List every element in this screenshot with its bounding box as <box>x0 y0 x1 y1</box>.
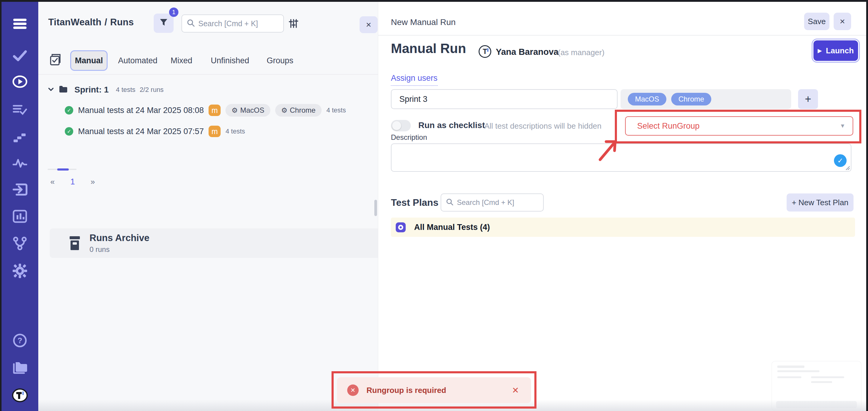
runs-search <box>181 14 284 33</box>
launch-label: Launch <box>826 46 854 56</box>
run-row[interactable]: ✓ Manual tests at 24 Mar 2025 07:57 m 4 … <box>65 125 245 138</box>
runs-tabs: Manual Automated Mixed Unfinished Groups <box>38 49 378 74</box>
test-plan-label: All Manual Tests (4) <box>414 223 490 232</box>
panel-title: New Manual Run <box>391 18 456 27</box>
manual-run-badge: m <box>209 104 221 116</box>
panel-scrollbar-thumb[interactable] <box>374 200 377 216</box>
run-tests-count: 4 tests <box>225 127 245 135</box>
run-as-checklist-toggle[interactable] <box>391 120 411 131</box>
tabs-divider <box>38 74 378 75</box>
avatar-letter: T <box>483 47 487 56</box>
window-edge-top <box>0 0 868 2</box>
filter-button[interactable] <box>154 13 174 33</box>
pagination-prev[interactable]: « <box>50 177 55 187</box>
plan-selected-icon[interactable] <box>396 222 406 232</box>
play-icon: ▶ <box>818 48 822 54</box>
docs-folder-icon[interactable] <box>12 361 28 374</box>
screen-preview-thumbnail <box>772 361 861 411</box>
view-settings-icon[interactable] <box>288 19 299 30</box>
run-as-checklist-label: Run as checklist <box>418 121 485 130</box>
save-button[interactable]: Save <box>804 13 830 30</box>
run-passed-icon: ✓ <box>65 127 73 135</box>
run-row[interactable]: ✓ Manual tests at 24 Mar 2025 08:08 m ⚙M… <box>65 104 346 117</box>
window-edge-right <box>866 0 868 411</box>
pagination-page-1[interactable]: 1 <box>70 177 75 187</box>
archive-count: 0 runs <box>90 245 110 254</box>
window-edge-left <box>0 0 1 411</box>
env-pill-chrome[interactable]: Chrome <box>671 93 711 105</box>
archive-icon <box>68 235 81 252</box>
run-heading: Manual Run <box>391 41 466 56</box>
run-tests-count: 4 tests <box>327 106 346 114</box>
select-runs-icon[interactable] <box>50 54 61 67</box>
env-pill-macos[interactable]: MacOS <box>628 93 666 105</box>
menu-icon[interactable] <box>13 16 27 31</box>
description-label: Description <box>391 133 427 141</box>
help-icon[interactable]: ? <box>13 333 27 348</box>
run-group-label[interactable]: Sprint: 1 <box>74 85 109 95</box>
toast-message: Rungroup is required <box>367 386 446 395</box>
owner-avatar[interactable]: T <box>478 45 491 58</box>
breadcrumb-page: Runs <box>110 17 134 27</box>
test-plans-search-input[interactable] <box>457 198 538 207</box>
env-tag-chrome: ⚙Chrome <box>275 104 321 117</box>
close-panel-button[interactable]: × <box>834 13 851 30</box>
chevron-down-icon[interactable] <box>47 86 55 94</box>
owner-role: (as manager) <box>558 48 604 57</box>
runs-play-icon[interactable] <box>12 74 27 89</box>
rungroup-select[interactable]: Select RunGroup ▼ <box>625 116 853 135</box>
tree-scrollbar-thumb[interactable] <box>57 168 69 170</box>
run-title[interactable]: Manual tests at 24 Mar 2025 08:08 <box>78 106 204 115</box>
brand-logo[interactable] <box>12 387 28 403</box>
resize-handle-icon[interactable] <box>845 165 850 172</box>
caret-down-icon: ▼ <box>840 123 845 129</box>
launch-button[interactable]: ▶ Launch <box>813 40 858 61</box>
filter-count-badge: 1 <box>169 7 179 17</box>
gear-icon: ⚙ <box>231 106 238 114</box>
env-tag-label: Chrome <box>290 106 315 115</box>
run-passed-icon: ✓ <box>65 106 73 115</box>
add-environment-button[interactable]: + <box>798 89 818 109</box>
header-divider <box>378 35 866 36</box>
pagination-next[interactable]: » <box>91 177 95 187</box>
tab-automated[interactable]: Automated <box>117 50 158 71</box>
app-window: ? TitanWealth/Runs 1 × Manual Automated <box>0 0 868 411</box>
plans-list-check-icon[interactable] <box>13 103 27 117</box>
test-plans-title: Test Plans <box>391 197 438 208</box>
archive-title: Runs Archive <box>90 232 150 244</box>
new-test-plan-button[interactable]: + New Test Plan <box>786 193 854 212</box>
assign-users-link[interactable]: Assign users <box>391 73 438 86</box>
tab-mixed[interactable]: Mixed <box>168 50 195 71</box>
settings-gear-icon[interactable] <box>12 263 27 278</box>
test-plan-row[interactable]: All Manual Tests (4) <box>391 218 855 237</box>
pulse-analytics-icon[interactable] <box>13 156 27 170</box>
svg-text:?: ? <box>18 336 22 345</box>
run-group-row[interactable]: Sprint: 1 4 tests 2/2 runs <box>47 84 164 96</box>
tab-unfinished[interactable]: Unfinished <box>209 50 251 71</box>
owner-name: Yana Baranova <box>496 47 558 57</box>
manual-run-badge: m <box>209 126 221 137</box>
tests-check-icon[interactable] <box>13 49 27 62</box>
run-group-runs-count: 2/2 runs <box>140 86 164 94</box>
reports-chart-icon[interactable] <box>13 210 27 223</box>
gear-icon: ⚙ <box>281 106 287 114</box>
main-sidebar: ? <box>1 2 38 411</box>
runs-archive-card[interactable]: Runs Archive 0 runs <box>50 228 378 258</box>
branches-icon[interactable] <box>13 236 27 251</box>
env-tag-label: MacOS <box>240 106 264 115</box>
import-icon[interactable] <box>12 183 27 196</box>
tab-groups[interactable]: Groups <box>265 50 295 71</box>
runs-search-input[interactable] <box>198 19 278 28</box>
toast-close-icon[interactable]: ✕ <box>512 385 519 395</box>
run-title-input[interactable] <box>391 89 618 109</box>
error-toast: ✕ Rungroup is required ✕ <box>337 377 531 403</box>
toggle-knob <box>392 121 401 130</box>
tab-manual[interactable]: Manual <box>70 50 107 71</box>
funnel-icon <box>159 19 168 28</box>
breadcrumb: TitanWealth/Runs <box>48 17 134 28</box>
breadcrumb-project[interactable]: TitanWealth <box>48 17 101 27</box>
run-title[interactable]: Manual tests at 24 Mar 2025 07:57 <box>78 127 204 136</box>
steps-icon[interactable] <box>13 130 27 144</box>
run-as-checklist-hint: All test descriptions will be hidden <box>484 121 601 131</box>
panel-close-button[interactable]: × <box>360 16 378 33</box>
